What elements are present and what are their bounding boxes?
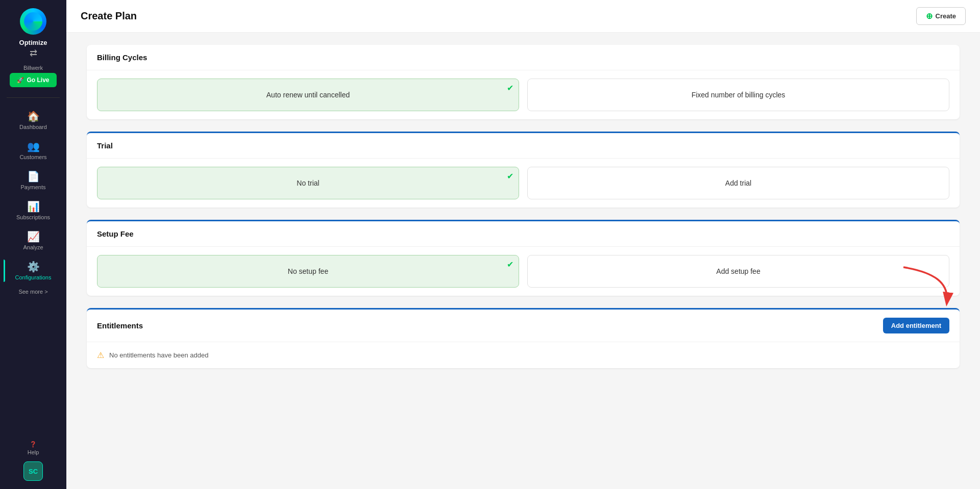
trial-body: No trial ✔ Add trial [87, 159, 960, 208]
create-button-label: Create [936, 12, 956, 20]
see-more-link[interactable]: See more > [18, 289, 47, 295]
no-setup-fee-label: No setup fee [288, 267, 328, 275]
entitlement-empty-notice: ⚠ No entitlements have been added [87, 342, 960, 368]
add-setup-fee-label: Add setup fee [716, 267, 760, 275]
brand-name: Optimize [19, 39, 47, 46]
no-trial-label: No trial [297, 179, 319, 187]
no-setup-fee-option[interactable]: No setup fee ✔ [97, 255, 519, 288]
no-setup-fee-checkmark: ✔ [507, 260, 513, 269]
add-entitlement-button[interactable]: Add entitlement [883, 318, 949, 333]
analyze-icon: 📈 [27, 230, 40, 243]
warning-icon: ⚠ [97, 350, 104, 360]
app-logo [20, 8, 46, 35]
fixed-cycles-option[interactable]: Fixed number of billing cycles [527, 79, 949, 111]
switch-icon[interactable]: ⇄ [30, 47, 37, 59]
sidebar-item-label-payments: Payments [21, 184, 46, 190]
entitlements-title: Entitlements [97, 321, 143, 330]
help-label: Help [28, 449, 39, 455]
add-setup-fee-option[interactable]: Add setup fee [527, 255, 949, 288]
create-button-icon: ⊕ [926, 11, 933, 21]
go-live-button[interactable]: Go Live [10, 73, 56, 87]
trial-card: Trial No trial ✔ Add trial [87, 132, 960, 208]
sidebar-item-configurations[interactable]: ⚙️ Configurations [4, 256, 63, 285]
sidebar-item-payments[interactable]: 📄 Payments [4, 166, 63, 194]
page-title: Create Plan [81, 10, 137, 22]
user-avatar[interactable]: SC [23, 461, 43, 481]
entitlement-empty-message: No entitlements have been added [109, 351, 208, 359]
entitlements-card: Entitlements Add entitlement ⚠ No entitl… [87, 308, 960, 368]
sidebar-bottom: ❓ Help SC [23, 441, 43, 481]
sidebar-item-subscriptions[interactable]: 📊 Subscriptions [4, 196, 63, 224]
trial-title: Trial [97, 141, 113, 150]
billing-cycles-title: Billing Cycles [97, 53, 147, 62]
fixed-cycles-label: Fixed number of billing cycles [692, 91, 786, 99]
sidebar-nav: 🏠 Dashboard 👥 Customers 📄 Payments 📊 Sub… [0, 106, 66, 285]
help-icon: ❓ [30, 441, 37, 448]
sidebar-item-customers[interactable]: 👥 Customers [4, 136, 63, 164]
sidebar-divider [7, 97, 60, 98]
main-content: Create Plan ⊕ Create Billing Cycles Auto… [66, 0, 980, 489]
add-trial-option[interactable]: Add trial [527, 167, 949, 199]
dashboard-icon: 🏠 [27, 110, 40, 122]
auto-renew-option[interactable]: Auto renew until cancelled ✔ [97, 79, 519, 111]
trial-header: Trial [87, 133, 960, 159]
setup-fee-card: Setup Fee No setup fee ✔ Add setup fee [87, 220, 960, 296]
billing-cycles-body: Auto renew until cancelled ✔ Fixed numbe… [87, 70, 960, 119]
customers-icon: 👥 [27, 140, 40, 152]
content-area: Billing Cycles Auto renew until cancelle… [66, 33, 980, 489]
add-trial-label: Add trial [725, 179, 751, 187]
entitlements-arrow-container: Entitlements Add entitlement ⚠ No entitl… [87, 308, 960, 368]
billing-cycles-options: Auto renew until cancelled ✔ Fixed numbe… [97, 79, 949, 111]
trial-options: No trial ✔ Add trial [97, 167, 949, 199]
sidebar-item-label-analyze: Analyze [23, 244, 43, 250]
sidebar-item-label-configurations: Configurations [15, 274, 52, 280]
setup-fee-title: Setup Fee [97, 229, 134, 238]
no-trial-option[interactable]: No trial ✔ [97, 167, 519, 199]
help-nav-item[interactable]: ❓ Help [28, 441, 39, 455]
top-bar: Create Plan ⊕ Create [66, 0, 980, 33]
billing-cycles-card: Billing Cycles Auto renew until cancelle… [87, 45, 960, 119]
sidebar: Optimize ⇄ Billwerk Go Live 🏠 Dashboard … [0, 0, 66, 489]
auto-renew-label: Auto renew until cancelled [266, 91, 350, 99]
subscriptions-icon: 📊 [27, 200, 40, 213]
sidebar-item-label-subscriptions: Subscriptions [16, 214, 50, 220]
payments-icon: 📄 [27, 170, 40, 183]
create-button[interactable]: ⊕ Create [916, 7, 966, 25]
entitlements-header: Entitlements Add entitlement [87, 310, 960, 342]
sidebar-item-analyze[interactable]: 📈 Analyze [4, 226, 63, 254]
setup-fee-header: Setup Fee [87, 221, 960, 247]
configurations-icon: ⚙️ [27, 261, 40, 273]
auto-renew-checkmark: ✔ [507, 83, 513, 93]
sidebar-item-dashboard[interactable]: 🏠 Dashboard [4, 106, 63, 134]
billing-cycles-header: Billing Cycles [87, 45, 960, 70]
sidebar-item-label-customers: Customers [19, 154, 46, 160]
setup-fee-options: No setup fee ✔ Add setup fee [97, 255, 949, 288]
sub-brand: Billwerk [23, 65, 43, 71]
sidebar-item-label-dashboard: Dashboard [19, 124, 47, 130]
no-trial-checkmark: ✔ [507, 171, 513, 181]
setup-fee-body: No setup fee ✔ Add setup fee [87, 247, 960, 296]
